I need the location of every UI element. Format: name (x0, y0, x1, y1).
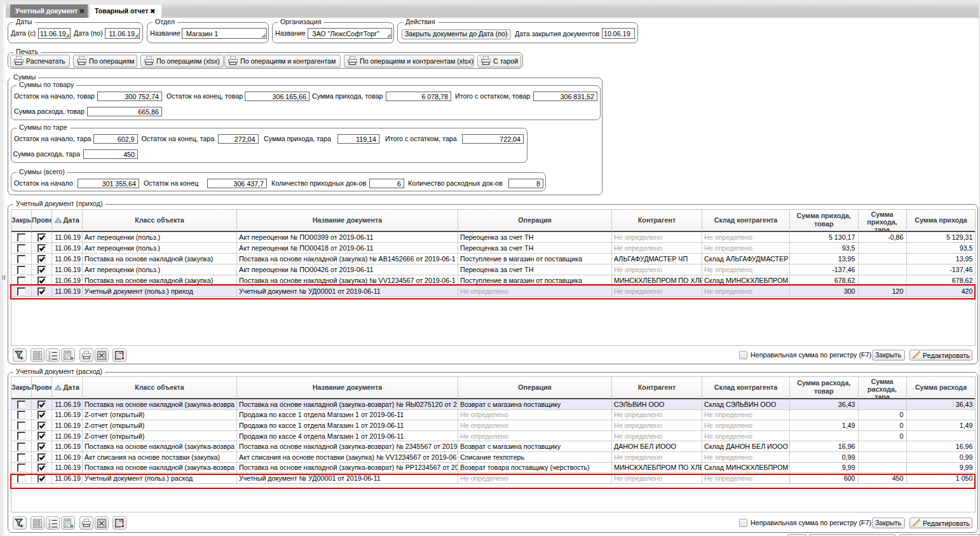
svg-text:3: 3 (48, 357, 50, 360)
svg-text:3: 3 (48, 525, 50, 528)
